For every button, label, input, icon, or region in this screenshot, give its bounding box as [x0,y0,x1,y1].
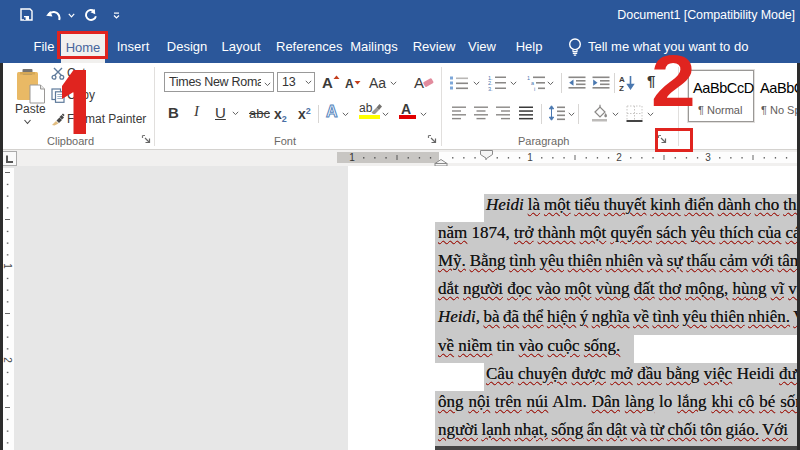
svg-text:2: 2 [616,152,622,163]
svg-text:1: 1 [349,152,355,163]
svg-text:A: A [619,75,625,84]
svg-text:3: 3 [705,152,711,163]
svg-text:3.: 3. [488,86,493,92]
svg-text:2: 2 [2,357,13,363]
svg-text:Z: Z [619,84,624,92]
svg-text:1: 1 [527,75,530,81]
svg-text:1: 1 [527,152,533,163]
svg-text:i: i [534,86,535,91]
svg-text:1: 1 [2,263,13,269]
